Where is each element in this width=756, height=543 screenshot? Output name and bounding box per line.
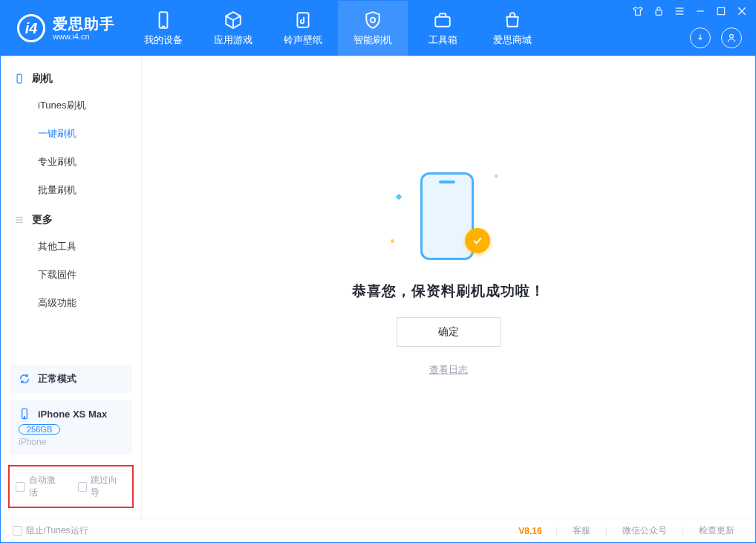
- checkbox-label: 阻止iTunes运行: [26, 524, 88, 537]
- checkbox-auto-activate[interactable]: 自动激活: [16, 474, 65, 499]
- success-illustration: [404, 169, 493, 265]
- mode-label: 正常模式: [38, 372, 76, 386]
- checkbox-icon: [13, 526, 22, 536]
- app-url: www.i4.cn: [53, 32, 115, 41]
- tab-label: 铃声壁纸: [284, 33, 322, 47]
- main-tabs: 我的设备 应用游戏 铃声壁纸 智能刷机 工具箱 爱思商城: [128, 1, 547, 56]
- user-icon: [726, 33, 737, 43]
- success-message: 恭喜您，保资料刷机成功啦！: [352, 282, 545, 301]
- ok-button[interactable]: 确定: [397, 317, 501, 347]
- list-icon: [14, 215, 25, 225]
- tab-smart-flash[interactable]: 智能刷机: [338, 1, 408, 56]
- flash-options-highlight: 自动激活 跳过向导: [8, 465, 134, 508]
- view-log-link[interactable]: 查看日志: [429, 363, 468, 377]
- device-card[interactable]: iPhone XS Max 256GB iPhone: [10, 400, 132, 455]
- phone-icon: [14, 74, 25, 84]
- svg-rect-3: [435, 16, 450, 26]
- titlebar: i4 爱思助手 www.i4.cn 我的设备 应用游戏 铃声壁纸 智能刷机: [1, 1, 755, 56]
- tab-label: 我的设备: [144, 33, 183, 47]
- lock-icon[interactable]: [653, 5, 665, 17]
- footer-link-update[interactable]: 检查更新: [690, 524, 743, 537]
- sidebar-group-title: 更多: [32, 213, 53, 227]
- download-icon: [695, 33, 706, 43]
- sidebar-item-download-firmware[interactable]: 下载固件: [1, 261, 141, 289]
- app-logo: i4 爱思助手 www.i4.cn: [1, 1, 128, 56]
- svg-rect-13: [17, 74, 22, 83]
- tab-apps-games[interactable]: 应用游戏: [198, 1, 268, 56]
- tab-label: 工具箱: [428, 33, 457, 47]
- svg-rect-0: [160, 12, 168, 28]
- svg-rect-4: [656, 10, 662, 16]
- maximize-icon[interactable]: [715, 5, 727, 17]
- version-label: V8.16: [518, 526, 549, 536]
- logo-icon: i4: [17, 14, 45, 42]
- svg-rect-9: [717, 7, 724, 14]
- sidebar-item-pro-flash[interactable]: 专业刷机: [1, 148, 141, 176]
- sidebar-item-onekey-flash[interactable]: 一键刷机: [1, 120, 141, 148]
- music-file-icon: [293, 10, 313, 30]
- shield-refresh-icon: [363, 10, 382, 30]
- toolbox-icon: [433, 10, 452, 30]
- bag-icon: [503, 10, 522, 30]
- tab-label: 应用游戏: [214, 33, 252, 47]
- device-kind: iPhone: [19, 437, 123, 447]
- tab-toolbox[interactable]: 工具箱: [408, 1, 478, 56]
- statusbar: 阻止iTunes运行 V8.16 | 客服 | 微信公众号 | 检查更新: [1, 518, 755, 542]
- checkbox-skip-setup[interactable]: 跳过向导: [78, 474, 127, 499]
- sidebar-item-batch-flash[interactable]: 批量刷机: [1, 176, 141, 204]
- account-button[interactable]: [721, 27, 742, 48]
- body: 刷机 iTunes刷机 一键刷机 专业刷机 批量刷机 更多 其他工具 下载固件 …: [1, 56, 755, 518]
- sidebar: 刷机 iTunes刷机 一键刷机 专业刷机 批量刷机 更多 其他工具 下载固件 …: [1, 56, 142, 518]
- device-name: iPhone XS Max: [38, 409, 107, 420]
- checkbox-block-itunes[interactable]: 阻止iTunes运行: [13, 524, 88, 537]
- checkbox-label: 自动激活: [29, 474, 65, 499]
- minimize-icon[interactable]: [694, 5, 706, 17]
- svg-point-12: [730, 34, 734, 38]
- device-small-icon: [19, 408, 30, 420]
- cube-icon: [224, 10, 243, 30]
- tab-store[interactable]: 爱思商城: [478, 1, 547, 56]
- app-name: 爱思助手: [53, 16, 115, 32]
- tab-label: 智能刷机: [353, 33, 392, 47]
- sidebar-group-flash: 刷机: [1, 63, 141, 91]
- sidebar-item-itunes-flash[interactable]: iTunes刷机: [1, 91, 141, 120]
- main-pane: 恭喜您，保资料刷机成功啦！ 确定 查看日志: [142, 56, 755, 518]
- refresh-icon: [19, 373, 30, 385]
- sidebar-group-more: 更多: [1, 204, 141, 233]
- sidebar-group-title: 刷机: [32, 72, 53, 85]
- tab-label: 爱思商城: [493, 33, 532, 47]
- footer-link-wechat[interactable]: 微信公众号: [613, 524, 676, 537]
- checkbox-icon: [78, 482, 88, 492]
- tab-ringtones[interactable]: 铃声壁纸: [268, 1, 338, 56]
- window-controls: [632, 1, 755, 17]
- sidebar-item-advanced[interactable]: 高级功能: [1, 289, 141, 317]
- app-window: i4 爱思助手 www.i4.cn 我的设备 应用游戏 铃声壁纸 智能刷机: [0, 0, 756, 543]
- device-icon: [154, 10, 173, 30]
- menu-icon[interactable]: [674, 5, 685, 17]
- footer-link-support[interactable]: 客服: [564, 524, 599, 537]
- svg-point-18: [24, 417, 25, 417]
- tab-my-device[interactable]: 我的设备: [128, 1, 198, 56]
- svg-rect-2: [297, 13, 308, 27]
- success-badge-icon: [465, 228, 490, 253]
- sidebar-item-other-tools[interactable]: 其他工具: [1, 233, 141, 261]
- checkbox-label: 跳过向导: [91, 474, 126, 499]
- mode-card[interactable]: 正常模式: [10, 365, 132, 393]
- checkbox-icon: [16, 482, 25, 492]
- close-icon[interactable]: [736, 5, 748, 17]
- device-capacity: 256GB: [19, 424, 60, 435]
- download-button[interactable]: [690, 27, 711, 48]
- tshirt-icon[interactable]: [632, 5, 644, 17]
